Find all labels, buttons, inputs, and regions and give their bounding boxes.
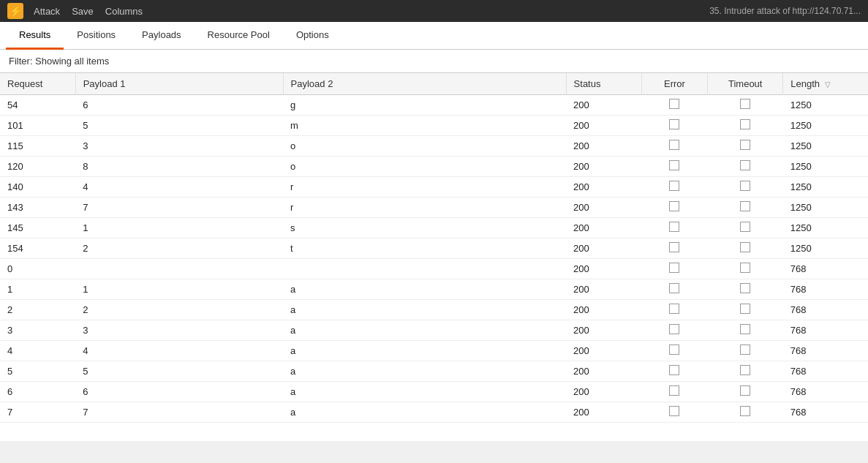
table-row[interactable]: 33a200768 bbox=[0, 320, 868, 341]
error-checkbox[interactable] bbox=[669, 119, 679, 129]
cell-timeout[interactable] bbox=[708, 197, 783, 218]
col-header-request[interactable]: Request bbox=[0, 73, 75, 95]
table-row[interactable]: 66a200768 bbox=[0, 382, 868, 402]
timeout-checkbox[interactable] bbox=[740, 119, 750, 129]
table-row[interactable]: 1451s2001250 bbox=[0, 218, 868, 238]
cell-error[interactable] bbox=[641, 177, 707, 197]
timeout-checkbox[interactable] bbox=[740, 385, 750, 396]
timeout-checkbox[interactable] bbox=[740, 263, 750, 273]
cell-timeout[interactable] bbox=[708, 218, 783, 238]
cell-timeout[interactable] bbox=[708, 116, 783, 136]
col-header-payload1[interactable]: Payload 1 bbox=[75, 73, 283, 95]
error-checkbox[interactable] bbox=[669, 201, 679, 211]
cell-timeout[interactable] bbox=[708, 300, 783, 320]
cell-timeout[interactable] bbox=[708, 279, 783, 300]
menu-attack[interactable]: Attack bbox=[34, 6, 60, 17]
error-checkbox[interactable] bbox=[669, 365, 679, 375]
table-row[interactable]: 0200768 bbox=[0, 259, 868, 279]
cell-error[interactable] bbox=[641, 320, 707, 341]
error-checkbox[interactable] bbox=[669, 222, 679, 232]
cell-error[interactable] bbox=[641, 95, 707, 116]
timeout-checkbox[interactable] bbox=[740, 181, 750, 191]
cell-timeout[interactable] bbox=[708, 402, 783, 423]
table-row[interactable]: 1437r2001250 bbox=[0, 197, 868, 218]
table-row[interactable]: 44a200768 bbox=[0, 341, 868, 361]
timeout-checkbox[interactable] bbox=[740, 406, 750, 416]
cell-error[interactable] bbox=[641, 259, 707, 279]
error-checkbox[interactable] bbox=[669, 304, 679, 314]
error-checkbox[interactable] bbox=[669, 263, 679, 273]
timeout-checkbox[interactable] bbox=[740, 304, 750, 314]
cell-error[interactable] bbox=[641, 157, 707, 177]
col-header-payload2[interactable]: Payload 2 bbox=[283, 73, 566, 95]
cell-timeout[interactable] bbox=[708, 238, 783, 259]
cell-timeout[interactable] bbox=[708, 320, 783, 341]
tab-options[interactable]: Options bbox=[283, 22, 342, 50]
timeout-checkbox[interactable] bbox=[740, 140, 750, 150]
cell-status: 200 bbox=[566, 157, 641, 177]
table-row[interactable]: 546g2001250 bbox=[0, 95, 868, 116]
timeout-checkbox[interactable] bbox=[740, 345, 750, 355]
cell-error[interactable] bbox=[641, 218, 707, 238]
table-row[interactable]: 1542t2001250 bbox=[0, 238, 868, 259]
table-row[interactable]: 22a200768 bbox=[0, 300, 868, 320]
menu-save[interactable]: Save bbox=[72, 6, 94, 17]
table-row[interactable]: 1208o2001250 bbox=[0, 157, 868, 177]
cell-timeout[interactable] bbox=[708, 361, 783, 382]
table-row[interactable]: 11a200768 bbox=[0, 279, 868, 300]
timeout-checkbox[interactable] bbox=[740, 160, 750, 170]
cell-timeout[interactable] bbox=[708, 259, 783, 279]
error-checkbox[interactable] bbox=[669, 324, 679, 334]
timeout-checkbox[interactable] bbox=[740, 222, 750, 232]
tab-resource-pool[interactable]: Resource Pool bbox=[195, 22, 283, 50]
cell-payload1: 7 bbox=[75, 197, 283, 218]
cell-request: 115 bbox=[0, 136, 75, 157]
cell-error[interactable] bbox=[641, 136, 707, 157]
cell-error[interactable] bbox=[641, 361, 707, 382]
col-header-status[interactable]: Status bbox=[566, 73, 641, 95]
error-checkbox[interactable] bbox=[669, 99, 679, 109]
table-row[interactable]: 1404r2001250 bbox=[0, 177, 868, 197]
cell-error[interactable] bbox=[641, 300, 707, 320]
error-checkbox[interactable] bbox=[669, 406, 679, 416]
cell-timeout[interactable] bbox=[708, 382, 783, 402]
timeout-checkbox[interactable] bbox=[740, 365, 750, 375]
tab-results[interactable]: Results bbox=[6, 22, 64, 50]
cell-timeout[interactable] bbox=[708, 341, 783, 361]
error-checkbox[interactable] bbox=[669, 140, 679, 150]
col-header-error[interactable]: Error bbox=[641, 73, 707, 95]
table-row[interactable]: 1153o2001250 bbox=[0, 136, 868, 157]
col-header-timeout[interactable]: Timeout bbox=[708, 73, 783, 95]
cell-timeout[interactable] bbox=[708, 177, 783, 197]
table-row[interactable]: 1015m2001250 bbox=[0, 116, 868, 136]
error-checkbox[interactable] bbox=[669, 283, 679, 293]
error-checkbox[interactable] bbox=[669, 160, 679, 170]
cell-error[interactable] bbox=[641, 116, 707, 136]
filter-bar[interactable]: Filter: Showing all items bbox=[0, 50, 868, 73]
cell-error[interactable] bbox=[641, 402, 707, 423]
timeout-checkbox[interactable] bbox=[740, 283, 750, 293]
menu-columns[interactable]: Columns bbox=[105, 6, 143, 17]
timeout-checkbox[interactable] bbox=[740, 201, 750, 211]
timeout-checkbox[interactable] bbox=[740, 242, 750, 252]
timeout-checkbox[interactable] bbox=[740, 324, 750, 334]
cell-error[interactable] bbox=[641, 382, 707, 402]
error-checkbox[interactable] bbox=[669, 242, 679, 252]
cell-error[interactable] bbox=[641, 238, 707, 259]
col-header-length[interactable]: Length ▽ bbox=[783, 73, 868, 95]
tab-positions[interactable]: Positions bbox=[64, 22, 129, 50]
cell-error[interactable] bbox=[641, 279, 707, 300]
tab-payloads[interactable]: Payloads bbox=[129, 22, 194, 50]
error-checkbox[interactable] bbox=[669, 385, 679, 396]
cell-length: 768 bbox=[783, 382, 868, 402]
error-checkbox[interactable] bbox=[669, 345, 679, 355]
cell-error[interactable] bbox=[641, 341, 707, 361]
cell-timeout[interactable] bbox=[708, 95, 783, 116]
table-row[interactable]: 77a200768 bbox=[0, 402, 868, 423]
cell-timeout[interactable] bbox=[708, 136, 783, 157]
table-row[interactable]: 55a200768 bbox=[0, 361, 868, 382]
error-checkbox[interactable] bbox=[669, 181, 679, 191]
timeout-checkbox[interactable] bbox=[740, 99, 750, 109]
cell-timeout[interactable] bbox=[708, 157, 783, 177]
cell-error[interactable] bbox=[641, 197, 707, 218]
